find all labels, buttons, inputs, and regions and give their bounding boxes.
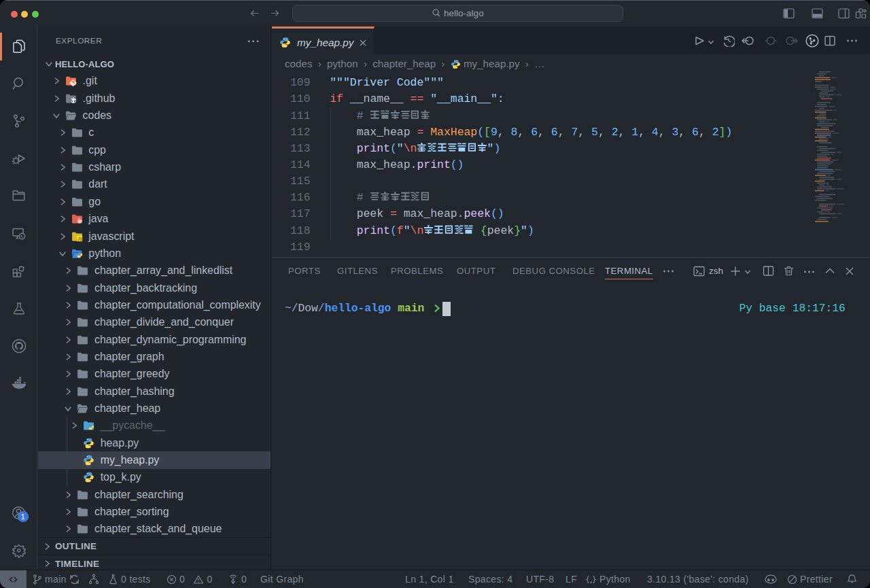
svg-text:JS: JS <box>77 236 83 241</box>
